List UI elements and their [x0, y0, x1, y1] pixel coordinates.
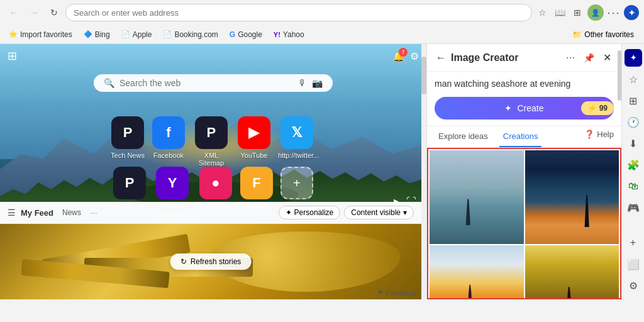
shortcut-icon-flipkart: F [240, 167, 273, 199]
booking-favicon: 📄 [163, 30, 172, 38]
bookmark-apple[interactable]: 📄 Apple [118, 29, 156, 40]
panel-pin-button[interactable]: 📌 [581, 52, 597, 64]
sidebar-icon-history[interactable]: 🕐 [625, 113, 642, 131]
bookmark-bing[interactable]: 🔷 Bing [80, 29, 114, 40]
sidebar-icon-games[interactable]: 🎮 [625, 199, 642, 216]
help-circle-icon: ❓ [584, 130, 594, 139]
shortcut-icon-twitter: 𝕏 [280, 116, 313, 149]
sidebar-icon-collections[interactable]: ⊞ [625, 92, 642, 109]
back-button[interactable]: ← [5, 4, 23, 21]
panel-title: Image Creator [451, 52, 560, 64]
right-sidebar: ✦ ☆ ⊞ 🕐 ⬇ 🧩 🛍 🎮 + ⬜ ⚙ [621, 44, 644, 299]
sidebar-icon-shopping[interactable]: 🛍 [625, 177, 642, 195]
favorites-star-icon[interactable]: ☆ [535, 5, 550, 20]
feedback-button[interactable]: ⚑ Feedback [377, 289, 416, 297]
sidebar-icon-extensions[interactable]: 🧩 [625, 156, 642, 174]
prompt-text: man watching seashore at evening [435, 78, 614, 91]
profile-collections-icon[interactable]: ⊞ [570, 5, 585, 20]
bookmark-booking[interactable]: 📄 Booking.com [159, 29, 221, 40]
sidebar-icon-splitview[interactable]: ⬜ [625, 255, 642, 273]
help-tab[interactable]: ❓ Help [584, 126, 614, 147]
more-options-button[interactable]: ··· [606, 5, 621, 20]
sidebar-icon-downloads[interactable]: ⬇ [625, 135, 642, 152]
personalize-button[interactable]: ✦ Personalize [279, 206, 341, 219]
sidebar-icon-copilot[interactable]: ✦ [625, 49, 642, 67]
lightning-icon: ⚡ [587, 104, 597, 113]
new-tab-background: ⊞ 🔔 7 ⚙ 🔍 🎙 📷 [0, 44, 426, 299]
personalize-icon: ✦ [286, 208, 292, 217]
generated-image-2[interactable] [525, 150, 619, 245]
sidebar-icon-favorites[interactable]: ☆ [625, 70, 642, 88]
new-tab-search-input[interactable] [119, 78, 293, 88]
scroll-thumb[interactable] [421, 57, 426, 94]
apps-grid-button[interactable]: ⊞ [8, 49, 17, 63]
sidebar-icon-add[interactable]: + [625, 234, 642, 252]
profile-avatar[interactable]: 👤 [587, 4, 604, 21]
bookmark-import-favorites[interactable]: ⭐ Import favorites [5, 29, 76, 40]
bookmark-google[interactable]: G Google [226, 29, 266, 40]
content-visible-button[interactable]: Content visible ▾ [344, 206, 414, 219]
shortcuts-row-1: P Tech News f Facebook P XML Sitemap ▶ Y… [0, 116, 426, 167]
panel-scroll-thumb[interactable] [618, 50, 621, 101]
reading-list-icon[interactable]: 📖 [552, 5, 567, 20]
forward-button[interactable]: → [25, 4, 43, 21]
address-input[interactable] [65, 4, 532, 21]
bookmark-yahoo[interactable]: Y! Yahoo [270, 29, 308, 40]
hamburger-icon[interactable]: ☰ [8, 208, 16, 218]
shortcut-label-xmlsitemap: XML Sitemap [192, 152, 230, 167]
feed-title: My Feed [21, 208, 53, 218]
panel-close-button[interactable]: ✕ [601, 50, 614, 65]
browser-chrome: ← → ↻ ☆ 📖 ⊞ 👤 ··· ✦ ⭐ Import favorites 🔷… [0, 0, 644, 299]
prompt-area: man watching seashore at evening ✦ Creat… [427, 72, 621, 126]
shortcut-icon-yahoo: Y [156, 167, 189, 199]
boost-count: 99 [599, 104, 608, 113]
other-favorites-button[interactable]: 📁 Other favorites [567, 29, 639, 40]
tab-creations[interactable]: Creations [499, 126, 542, 147]
create-row: ✦ Create ⚡ 99 [435, 97, 614, 119]
shortcut-icon-facebook: f [152, 116, 185, 149]
shortcut-icon-technews: P [111, 116, 144, 149]
copilot-icon[interactable]: ✦ [624, 5, 639, 20]
shortcut-facebook[interactable]: f Facebook [152, 116, 185, 167]
generated-image-4[interactable] [525, 245, 619, 299]
panel-back-button[interactable]: ← [435, 51, 447, 65]
news-feed-section: ☰ My Feed News ··· ✦ Personalize Content… [0, 202, 421, 299]
bing-label: Bing [95, 30, 110, 39]
refresh-stories-button[interactable]: ↻ Refresh stories [170, 253, 252, 270]
google-label: Google [238, 30, 262, 39]
shortcut-technews[interactable]: P Tech News [111, 116, 145, 167]
add-site-button[interactable]: + [280, 167, 313, 199]
feedback-icon: ⚑ [377, 289, 384, 297]
panel-more-button[interactable]: ⋯ [564, 52, 577, 64]
tab-news[interactable]: News [58, 207, 85, 218]
help-label: Help [597, 130, 614, 139]
sidebar-icon-settings[interactable]: ⚙ [625, 277, 642, 294]
settings-icon[interactable]: ⚙ [410, 50, 419, 62]
tab-explore-ideas[interactable]: Explore ideas [435, 126, 492, 147]
feed-action-buttons: ✦ Personalize Content visible ▾ [279, 206, 414, 219]
feed-more-dots[interactable]: ··· [90, 208, 97, 218]
bookmarks-bar: ⭐ Import favorites 🔷 Bing 📄 Apple 📄 Book… [0, 25, 644, 44]
personalize-label: Personalize [294, 208, 334, 217]
new-tab-header-icons: 🔔 7 ⚙ [392, 50, 419, 62]
apple-label: Apple [133, 30, 152, 39]
create-label: Create [517, 103, 543, 113]
address-bar: ← → ↻ ☆ 📖 ⊞ 👤 ··· ✦ [0, 0, 644, 25]
refresh-label: Refresh stories [191, 257, 242, 266]
generated-image-1[interactable] [430, 150, 524, 245]
shortcut-icon-youtube: ▶ [238, 116, 270, 149]
panel-scrollbar [618, 44, 621, 299]
mic-icon[interactable]: 🎙 [298, 78, 307, 88]
generated-image-3[interactable] [430, 245, 524, 299]
shortcut-label-technews: Tech News [111, 152, 145, 159]
camera-search-icon[interactable]: 📷 [312, 78, 323, 88]
shortcut-xmlsitemap[interactable]: P XML Sitemap [192, 116, 230, 167]
shortcut-twitter[interactable]: 𝕏 http://twitter... [278, 116, 316, 167]
yahoo-label: Yahoo [283, 30, 304, 39]
image-creator-panel: ← Image Creator ⋯ 📌 ✕ man watching seash… [426, 44, 621, 299]
notification-icon[interactable]: 🔔 7 [392, 50, 405, 62]
shortcut-label-youtube: YouTube [240, 152, 267, 159]
search-container: 🔍 🎙 📷 [0, 74, 426, 92]
refresh-button[interactable]: ↻ [45, 4, 63, 21]
shortcut-youtube[interactable]: ▶ YouTube [238, 116, 270, 167]
